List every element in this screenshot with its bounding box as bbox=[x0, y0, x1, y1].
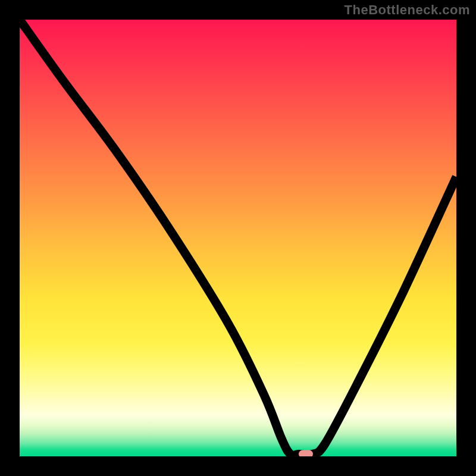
watermark-text: TheBottleneck.com bbox=[345, 2, 470, 18]
plot-area bbox=[20, 20, 456, 456]
optimal-point-marker bbox=[299, 450, 313, 456]
curve-path bbox=[20, 20, 456, 455]
chart-frame: TheBottleneck.com bbox=[0, 0, 476, 476]
bottleneck-curve bbox=[20, 20, 456, 456]
